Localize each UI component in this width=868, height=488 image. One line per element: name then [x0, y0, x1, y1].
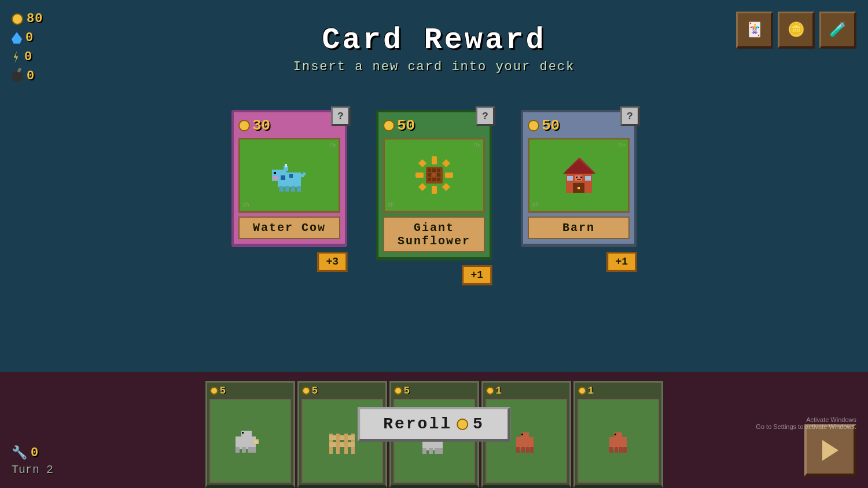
reroll-cost: 5 [473, 415, 484, 433]
svg-rect-57 [344, 434, 348, 454]
deck-sprite-2 [325, 425, 359, 457]
resource-bomb: 0 [12, 69, 43, 83]
svg-rect-55 [329, 442, 355, 447]
water-cow-name: Water Cow [253, 221, 326, 234]
resources-panel: 80 0 0 0 [12, 12, 43, 83]
coin-icon [12, 13, 23, 25]
sunflower-cost: 50 [383, 117, 485, 134]
water-cow-plus: +3 [317, 252, 347, 272]
deck-coin-3 [394, 387, 402, 395]
resource-lightning: 0 [12, 50, 43, 64]
title-area: Card Reward Insert a new card into your … [293, 23, 575, 74]
deck-card-5[interactable]: 1 [573, 381, 663, 488]
barn-cost-value: 50 [542, 117, 560, 134]
svg-rect-64 [439, 448, 443, 454]
svg-rect-41 [580, 177, 582, 178]
deck-coin-5 [578, 387, 586, 395]
deck-sprite-5 [602, 427, 634, 456]
deck-card-1-image [209, 399, 291, 483]
svg-rect-17 [445, 173, 453, 178]
deck-coin-2 [302, 387, 310, 395]
barn-cost: 50 [528, 117, 630, 134]
svg-rect-27 [432, 173, 436, 177]
card-water-cow[interactable]: ? 30 ль оћ [231, 110, 347, 272]
svg-rect-14 [432, 156, 437, 164]
deck-card-1[interactable]: 5 [205, 381, 295, 488]
deck-card-1-val: 5 [220, 385, 226, 397]
svg-rect-56 [336, 434, 340, 454]
reroll-coin-icon [457, 419, 468, 430]
turn-label: Turn 2 [12, 463, 53, 476]
deck-card-3-val: 5 [404, 385, 410, 397]
sunflower-cost-value: 50 [397, 117, 415, 134]
svg-rect-26 [428, 173, 431, 177]
barn-name: Barn [562, 221, 595, 234]
svg-rect-77 [619, 447, 623, 453]
bottom-left-panel: 🔧 0 Turn 2 [12, 445, 53, 476]
deck-coin-1 [210, 387, 218, 395]
deck-card-2-val: 5 [312, 385, 318, 397]
sunflower-plus-value: +1 [470, 269, 483, 281]
water-cow-cost-value: 30 [252, 117, 270, 134]
gold-icon: 🪙 [788, 21, 805, 38]
question-mark: ? [337, 111, 344, 122]
deck-icon: 🃏 [746, 21, 763, 38]
svg-rect-30 [432, 178, 436, 181]
svg-rect-11 [285, 164, 287, 167]
svg-rect-61 [422, 448, 426, 454]
wrench-value: 0 [31, 446, 39, 460]
svg-rect-73 [614, 432, 622, 439]
top-right-buttons: 🃏 🪙 🧪 [736, 12, 856, 49]
reroll-button[interactable]: Reroll 5 [358, 407, 510, 442]
deck-button[interactable]: 🃏 [736, 12, 773, 49]
svg-rect-76 [615, 447, 618, 453]
question-mark-3: ? [627, 111, 633, 122]
page-title: Card Reward [293, 23, 575, 57]
water-cow-image: ль оћ [238, 138, 340, 213]
svg-rect-70 [526, 447, 529, 453]
svg-rect-75 [609, 447, 613, 453]
card-giant-sunflower[interactable]: ? 50 ль оћ [376, 110, 492, 285]
barn-question-btn[interactable]: ? [620, 107, 640, 126]
svg-rect-25 [437, 168, 440, 172]
deck-card-4-cost: 1 [483, 383, 569, 399]
svg-rect-16 [415, 173, 424, 178]
svg-rect-37 [585, 176, 591, 181]
water-cow-question-btn[interactable]: ? [331, 107, 351, 126]
sunflower-name-area: Giant Sunflower [383, 217, 485, 252]
svg-rect-63 [435, 448, 439, 454]
deck-card-5-image [578, 399, 659, 483]
svg-rect-36 [567, 176, 573, 181]
svg-rect-67 [521, 434, 523, 435]
barn-image: ль оћ [528, 138, 630, 213]
svg-rect-8 [291, 186, 295, 192]
svg-rect-62 [429, 448, 433, 454]
wrench-icon: 🔧 [12, 445, 27, 461]
bomb-value: 0 [27, 69, 35, 83]
svg-rect-74 [615, 434, 616, 435]
bomb-icon [12, 71, 23, 82]
deck-card-4-val: 1 [496, 385, 502, 397]
svg-rect-5 [273, 177, 278, 179]
svg-rect-40 [576, 177, 578, 178]
svg-rect-18 [418, 159, 426, 167]
resource-water: 0 [12, 31, 43, 45]
deck-card-5-val: 1 [588, 385, 594, 397]
water-cow-plus-value: +3 [326, 256, 339, 267]
svg-rect-54 [329, 435, 355, 440]
next-button[interactable] [804, 424, 856, 476]
barn-plus-value: +1 [615, 256, 628, 267]
water-cow-sprite [269, 158, 310, 193]
coin-value: 80 [27, 12, 43, 26]
card-barn[interactable]: ? 50 ль оћ [521, 110, 637, 272]
sunflower-question-btn[interactable]: ? [476, 107, 495, 126]
deck-coin-4 [486, 387, 494, 395]
corner-bl-2: оћ [387, 202, 394, 208]
svg-rect-51 [254, 441, 258, 443]
svg-rect-19 [442, 159, 450, 167]
gold-button[interactable]: 🪙 [778, 12, 815, 49]
barn-name-area: Barn [528, 217, 630, 239]
svg-rect-31 [437, 178, 440, 181]
svg-rect-24 [432, 168, 436, 172]
potion-button[interactable]: 🧪 [819, 12, 856, 49]
